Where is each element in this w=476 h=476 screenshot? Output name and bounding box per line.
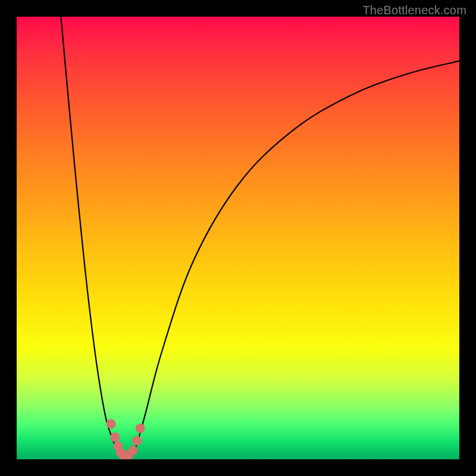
- bead-point: [132, 436, 142, 446]
- right-branch-curve: [131, 61, 459, 456]
- bead-point: [136, 424, 145, 433]
- chart-frame: TheBottleneck.com: [0, 0, 476, 476]
- bead-point: [129, 446, 138, 455]
- watermark-text: TheBottleneck.com: [362, 4, 466, 17]
- bead-point: [106, 419, 115, 428]
- left-branch-curve: [61, 17, 120, 456]
- bead-cluster: [106, 419, 145, 459]
- plot-area: [17, 17, 459, 459]
- bead-point: [110, 433, 120, 442]
- curve-layer: [17, 17, 459, 459]
